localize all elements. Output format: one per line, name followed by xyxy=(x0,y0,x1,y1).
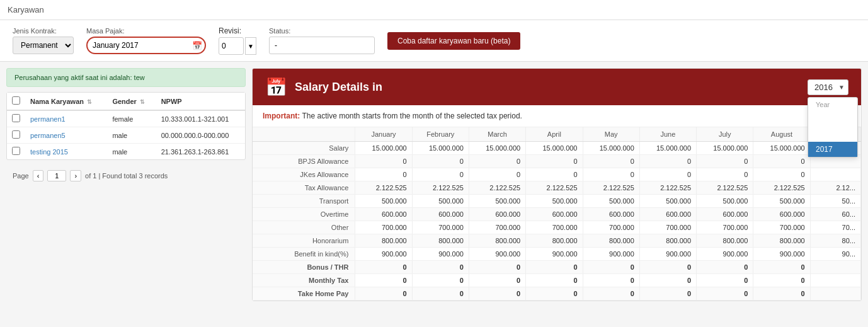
status-group: Status: xyxy=(269,27,375,54)
col-checkbox xyxy=(7,93,25,110)
salary-cell: 900.000 xyxy=(639,248,696,261)
salary-cell: 0 xyxy=(526,261,583,274)
employee-link[interactable]: permanen1 xyxy=(30,115,66,123)
row-checkbox[interactable] xyxy=(12,114,20,122)
salary-cell: 700.000 xyxy=(583,221,639,234)
salary-cell: 0 xyxy=(412,155,469,168)
salary-cell: 0 xyxy=(583,287,639,301)
salary-cell: 600.000 xyxy=(412,208,469,221)
row-checkbox-cell[interactable] xyxy=(7,127,25,144)
salary-row-label: JKes Allowance xyxy=(253,168,355,181)
masa-pajak-group: Masa Pajak: 📅 xyxy=(86,27,206,54)
salary-calendar-icon: 📅 xyxy=(265,77,287,98)
salary-cell: 0 xyxy=(412,168,469,181)
salary-cell: 0 xyxy=(583,168,639,181)
masa-pajak-input[interactable] xyxy=(86,37,206,54)
row-checkbox[interactable] xyxy=(12,147,20,155)
year-dropdown-option[interactable]: 2016 xyxy=(808,127,857,142)
salary-cell: 0 xyxy=(412,274,469,287)
month-col: June xyxy=(639,127,696,142)
next-page-button[interactable]: › xyxy=(70,170,81,181)
salary-cell: 800.000 xyxy=(583,234,639,248)
salary-cell: 0 xyxy=(639,261,696,274)
salary-cell: 900.000 xyxy=(412,248,469,261)
salary-table-wrap: JanuaryFebruaryMarchAprilMayJuneJulyAugu… xyxy=(253,127,861,301)
year-select[interactable]: Year201520162017 xyxy=(808,79,848,95)
salary-row: Benefit in kind(%)900.000900.000900.0009… xyxy=(253,248,861,261)
status-input[interactable] xyxy=(269,37,375,54)
masa-pajak-label: Masa Pajak: xyxy=(86,27,206,35)
salary-cell: 0 xyxy=(639,287,696,301)
salary-cell: 60... xyxy=(810,208,860,221)
masa-pajak-wrapper: 📅 xyxy=(86,37,206,54)
salary-cell: 0 xyxy=(639,168,696,181)
salary-cell: 0 xyxy=(355,287,412,301)
salary-table: JanuaryFebruaryMarchAprilMayJuneJulyAugu… xyxy=(253,127,861,301)
gender-sort-icon[interactable]: ⇅ xyxy=(140,99,145,105)
pagination: Page ‹ › of 1 | Found total 3 records xyxy=(6,165,246,186)
employee-link[interactable]: testing 2015 xyxy=(30,148,68,156)
salary-row-label: Bonus / THR xyxy=(253,261,355,274)
row-gender: male xyxy=(107,127,156,144)
salary-row-label: Monthly Tax xyxy=(253,274,355,287)
year-dropdown-option[interactable]: 2015 xyxy=(808,112,857,127)
salary-cell: 0 xyxy=(469,261,525,274)
row-name: permanen5 xyxy=(25,127,107,144)
salary-row: Other700.000700.000700.000700.000700.000… xyxy=(253,221,861,234)
month-col: March xyxy=(469,127,525,142)
salary-cell: 500.000 xyxy=(526,195,583,208)
coba-button[interactable]: Coba daftar karyawan baru (beta) xyxy=(387,32,520,50)
salary-header-left: 📅 Salary Details in xyxy=(265,77,382,98)
salary-cell: 0 xyxy=(753,168,810,181)
revisi-input-wrap: ▼ xyxy=(219,37,256,55)
table-row: testing 2015 male 21.361.263.1-263.861 xyxy=(7,144,245,160)
salary-cell: 900.000 xyxy=(526,248,583,261)
important-text: The active month starts from the month o… xyxy=(300,112,522,120)
salary-cell: 500.000 xyxy=(583,195,639,208)
page-title: Karyawan xyxy=(0,0,868,20)
salary-cell: 0 xyxy=(697,287,753,301)
salary-cell: 0 xyxy=(355,168,412,181)
page-number-input[interactable] xyxy=(47,170,66,181)
employee-table: Nama Karyawan ⇅ Gender ⇅ NPWP xyxy=(7,93,245,159)
table-header-row: Nama Karyawan ⇅ Gender ⇅ NPWP xyxy=(7,93,245,110)
salary-cell: 800.000 xyxy=(469,234,525,248)
salary-cell: 600.000 xyxy=(753,208,810,221)
revisi-input[interactable] xyxy=(219,37,244,55)
salary-cell: 0 xyxy=(412,287,469,301)
row-checkbox[interactable] xyxy=(12,130,20,139)
salary-cell: 0 xyxy=(412,261,469,274)
salary-cell: 0 xyxy=(639,155,696,168)
salary-title: Salary Details in xyxy=(295,81,382,94)
salary-cell: 900.000 xyxy=(753,248,810,261)
row-checkbox-cell[interactable] xyxy=(7,144,25,160)
employee-table-wrapper: Nama Karyawan ⇅ Gender ⇅ NPWP xyxy=(6,92,246,160)
salary-cell: 0 xyxy=(469,287,525,301)
row-npwp: 21.361.263.1-263.861 xyxy=(156,144,245,160)
revisi-down-button[interactable]: ▼ xyxy=(245,37,256,55)
salary-cell: 15.000.000 xyxy=(412,142,469,155)
calendar-icon[interactable]: 📅 xyxy=(192,41,202,50)
salary-cell: 600.000 xyxy=(526,208,583,221)
prev-page-button[interactable]: ‹ xyxy=(33,170,44,181)
salary-cell: 500.000 xyxy=(697,195,753,208)
salary-cell: 700.000 xyxy=(639,221,696,234)
salary-cell: 500.000 xyxy=(639,195,696,208)
salary-cell xyxy=(810,274,860,287)
select-all-checkbox[interactable] xyxy=(12,96,20,105)
salary-cell: 800.000 xyxy=(753,234,810,248)
salary-cell: 500.000 xyxy=(355,195,412,208)
jenis-kontrak-select[interactable]: Permanent xyxy=(13,37,74,54)
month-col: April xyxy=(526,127,583,142)
salary-cell: 800.000 xyxy=(355,234,412,248)
year-dropdown-wrap[interactable]: Year201520162017 ▼ Year201520162017 xyxy=(808,79,848,95)
revisi-label: Revisi: xyxy=(219,26,256,35)
month-col: July xyxy=(697,127,753,142)
employee-link[interactable]: permanen5 xyxy=(30,132,66,139)
salary-row: BPJS Allowance00000000 xyxy=(253,155,861,168)
row-checkbox-cell[interactable] xyxy=(7,110,25,127)
year-dropdown-option[interactable]: 2017 xyxy=(808,142,857,157)
salary-cell: 900.000 xyxy=(697,248,753,261)
name-sort-icon[interactable]: ⇅ xyxy=(87,99,92,105)
year-dropdown-option[interactable]: Year xyxy=(808,98,857,112)
